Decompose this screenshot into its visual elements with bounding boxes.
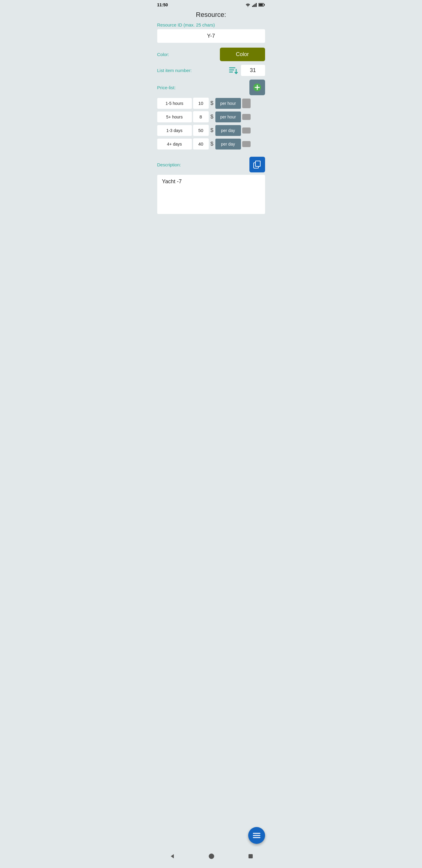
price-unit-button-3[interactable]: per day xyxy=(215,138,241,150)
color-button[interactable]: Color xyxy=(220,48,265,61)
price-range-button-0[interactable]: 1-5 hours xyxy=(157,98,192,109)
svg-rect-7 xyxy=(264,4,265,6)
plus-circle-icon xyxy=(253,83,262,92)
price-delete-button-0[interactable] xyxy=(242,98,251,108)
price-row: 4+ days $ per day xyxy=(157,138,265,150)
price-range-button-2[interactable]: 1-3 days xyxy=(157,125,192,136)
status-time: 11:50 xyxy=(157,2,168,7)
wifi-icon xyxy=(245,3,251,7)
battery-icon xyxy=(258,3,265,7)
price-rows-container: 1-5 hours $ per hour 5+ hours $ per hour… xyxy=(153,98,270,152)
dollar-sign-1: $ xyxy=(210,114,214,120)
price-delete-button-3[interactable] xyxy=(242,141,251,147)
svg-rect-17 xyxy=(255,161,260,166)
list-item-number-row: List item number: xyxy=(153,65,270,76)
status-icons xyxy=(245,3,265,7)
add-price-row-button[interactable] xyxy=(250,80,265,95)
price-delete-button-2[interactable] xyxy=(242,127,251,133)
price-range-button-3[interactable]: 4+ days xyxy=(157,138,192,150)
description-label: Description: xyxy=(157,162,250,167)
sort-down-icon xyxy=(228,65,238,76)
price-delete-button-1[interactable] xyxy=(242,114,251,120)
delete-icon-0 xyxy=(245,101,248,105)
price-amount-input-2[interactable] xyxy=(193,125,209,136)
signal-icon xyxy=(252,3,257,7)
resource-id-label: Resource ID (max. 25 chars) xyxy=(153,22,270,29)
price-amount-input-0[interactable] xyxy=(193,98,209,109)
resource-id-input[interactable] xyxy=(157,29,265,43)
price-row: 5+ hours $ per hour xyxy=(157,111,265,122)
color-label: Color: xyxy=(157,52,220,57)
price-amount-input-3[interactable] xyxy=(193,138,209,150)
copy-paste-icon xyxy=(253,160,261,169)
status-bar: 11:50 xyxy=(153,0,270,8)
svg-rect-1 xyxy=(252,6,253,7)
list-item-number-label: List item number: xyxy=(157,68,228,73)
price-list-row: Price-list: xyxy=(153,80,270,95)
color-row: Color: Color xyxy=(153,48,270,61)
svg-rect-3 xyxy=(255,4,255,7)
svg-rect-2 xyxy=(253,5,254,7)
list-item-number-input[interactable] xyxy=(241,65,265,76)
price-unit-button-1[interactable]: per hour xyxy=(215,112,241,122)
price-amount-input-1[interactable] xyxy=(193,111,209,122)
page-title: Resource: xyxy=(153,8,270,22)
svg-rect-15 xyxy=(245,101,248,105)
price-range-button-1[interactable]: 5+ hours xyxy=(157,112,192,122)
svg-rect-6 xyxy=(259,4,263,6)
price-row: 1-3 days $ per day xyxy=(157,125,265,136)
svg-point-0 xyxy=(247,6,248,7)
price-unit-button-2[interactable]: per day xyxy=(215,125,241,136)
price-row: 1-5 hours $ per hour xyxy=(157,98,265,109)
svg-rect-4 xyxy=(256,3,257,7)
dollar-sign-3: $ xyxy=(210,141,214,147)
price-unit-button-0[interactable]: per hour xyxy=(215,98,241,109)
dollar-sign-2: $ xyxy=(210,127,214,133)
description-textarea[interactable] xyxy=(157,175,265,214)
copy-description-button[interactable] xyxy=(250,157,265,173)
description-row: Description: xyxy=(153,157,270,173)
price-list-label: Price-list: xyxy=(157,85,250,90)
sort-icon-button[interactable] xyxy=(228,65,238,76)
dollar-sign-0: $ xyxy=(210,100,214,106)
